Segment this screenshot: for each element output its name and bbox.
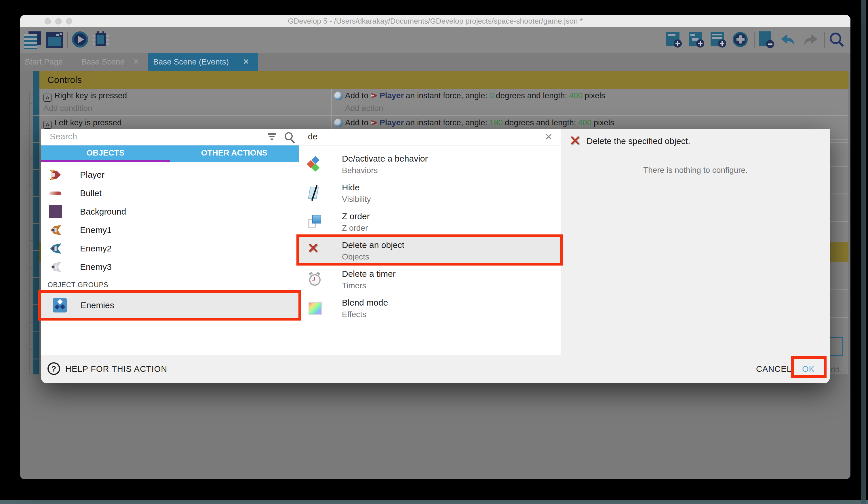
filter-icon[interactable] — [268, 133, 276, 141]
search-events-icon[interactable] — [829, 31, 846, 49]
keyboard-key-icon: A — [43, 121, 52, 129]
clear-search-icon[interactable]: ✕ — [545, 131, 553, 143]
toolbar-separator — [824, 32, 825, 48]
action-item-z-order[interactable]: Z order Z order — [299, 208, 562, 237]
object-row-enemy3[interactable]: Enemy3 — [41, 258, 299, 276]
annotation-highlight-enemies — [38, 290, 301, 321]
object-groups-header: OBJECT GROUPS — [48, 281, 108, 289]
add-condition-link[interactable]: Add condition — [43, 104, 92, 113]
search-icon — [285, 132, 295, 143]
scene-editor-icon[interactable] — [46, 31, 63, 49]
undo-icon[interactable] — [779, 31, 797, 49]
delete-event-icon[interactable] — [759, 31, 776, 49]
event1-condition-text: Right key is pressed — [54, 91, 127, 100]
tab-bar: Start Page Base Scene ✕ Base Scene (Even… — [20, 53, 850, 71]
add-circle-icon[interactable] — [732, 31, 750, 49]
force-icon — [334, 92, 343, 100]
toolbar-separator — [754, 32, 755, 48]
objects-column: OBJECTS OTHER ACTIONS Player Bullet Back… — [41, 129, 299, 355]
minimize-window-icon[interactable] — [55, 18, 62, 24]
add-action-link[interactable]: Add action — [345, 104, 383, 113]
player-ship-icon — [49, 169, 62, 181]
help-button[interactable]: ? HELP FOR THIS ACTION — [41, 355, 242, 383]
action-search-row: ✕ — [299, 129, 562, 145]
action-item-blend-mode[interactable]: Blend mode Effects — [299, 294, 562, 323]
add-subevent-icon[interactable] — [689, 31, 706, 49]
object-row-background[interactable]: Background — [41, 202, 299, 221]
action-item-deactivate-behavior[interactable]: De/activate a behavior Behaviors — [299, 150, 562, 179]
configuration-panel: ✕ Delete the specified object. There is … — [561, 129, 830, 355]
action-description: Delete the specified object. — [587, 136, 690, 146]
close-window-icon[interactable] — [45, 18, 51, 24]
cancel-button[interactable]: CANCEL — [756, 355, 792, 383]
add-event-link-partial[interactable]: dd... — [830, 365, 846, 374]
project-manager-icon[interactable] — [24, 31, 41, 49]
desktop-edge-bottom — [0, 500, 868, 504]
nothing-to-configure-text: There is nothing to configure. — [561, 165, 830, 175]
tab-objects[interactable]: OBJECTS — [41, 145, 170, 160]
tab-indicator — [41, 160, 170, 162]
bullet-icon — [49, 192, 61, 195]
keyboard-key-icon: A — [43, 94, 52, 102]
tab-other-actions[interactable]: OTHER ACTIONS — [170, 145, 299, 160]
dialog-tab-bar: OBJECTS OTHER ACTIONS — [41, 145, 299, 162]
desktop-edge-right — [861, 0, 866, 504]
event1-actions: Add toPlayeran instant force, angle:0deg… — [332, 89, 848, 115]
event-group-title: Controls — [48, 71, 848, 89]
object-search-row — [41, 129, 299, 145]
enemy2-ship-icon — [49, 242, 62, 255]
toolbar — [20, 27, 850, 53]
behavior-icon — [307, 157, 322, 172]
dialog-footer: ? HELP FOR THIS ACTION CANCEL OK — [41, 355, 830, 383]
toolbar-separator — [67, 32, 68, 48]
tab-base-scene-close-icon[interactable]: ✕ — [133, 53, 139, 71]
event2-condition-text: Left key is pressed — [54, 118, 122, 127]
tab-base-scene[interactable]: Base Scene — [81, 53, 125, 71]
object-row-enemy1[interactable]: Enemy1 — [41, 221, 299, 239]
redo-icon[interactable] — [802, 31, 819, 49]
object-row-player[interactable]: Player — [41, 165, 299, 184]
add-comment-icon[interactable] — [711, 31, 728, 49]
play-preview-icon[interactable] — [72, 31, 89, 49]
debug-icon[interactable] — [93, 31, 110, 49]
z-order-icon — [307, 214, 322, 229]
help-icon: ? — [48, 362, 60, 375]
background-icon — [49, 205, 62, 218]
force-icon — [334, 119, 343, 127]
player-mini-icon — [370, 92, 378, 99]
player-mini-icon — [370, 119, 378, 127]
window-title: GDevelop 5 - /Users/dkarakay/Documents/G… — [20, 15, 850, 27]
event1-conditions: ARight key is pressed Add condition — [39, 89, 331, 115]
delete-object-icon: ✕ — [569, 134, 581, 148]
annotation-highlight-delete-object — [297, 234, 563, 265]
annotation-highlight-ok — [791, 356, 827, 378]
enemy1-ship-icon — [49, 224, 62, 236]
tab-base-scene-events-close-icon[interactable]: ✕ — [243, 53, 249, 71]
maximize-window-icon[interactable] — [66, 18, 72, 24]
tab-start-page[interactable]: Start Page — [25, 53, 63, 71]
event-indent-guide — [29, 92, 30, 374]
hide-icon — [307, 185, 322, 200]
object-row-bullet[interactable]: Bullet — [41, 184, 299, 202]
tab-base-scene-events[interactable]: Base Scene (Events) ✕ — [148, 53, 258, 71]
event-group-header[interactable]: Controls — [39, 71, 848, 89]
action-search-input[interactable] — [299, 129, 483, 144]
object-row-enemy2[interactable]: Enemy2 — [41, 239, 299, 258]
action-item-delete-timer[interactable]: Delete a timer Timers — [299, 265, 562, 294]
blend-mode-icon — [307, 301, 322, 316]
object-search-input[interactable] — [41, 129, 221, 144]
add-event-icon[interactable] — [666, 31, 683, 49]
title-bar: GDevelop 5 - /Users/dkarakay/Documents/G… — [20, 15, 850, 27]
timer-icon — [307, 272, 322, 287]
enemy3-ship-icon — [49, 261, 62, 273]
action-item-hide[interactable]: Hide Visibility — [299, 179, 562, 208]
screenshot-canvas: GDevelop 5 - /Users/dkarakay/Documents/G… — [0, 0, 868, 504]
